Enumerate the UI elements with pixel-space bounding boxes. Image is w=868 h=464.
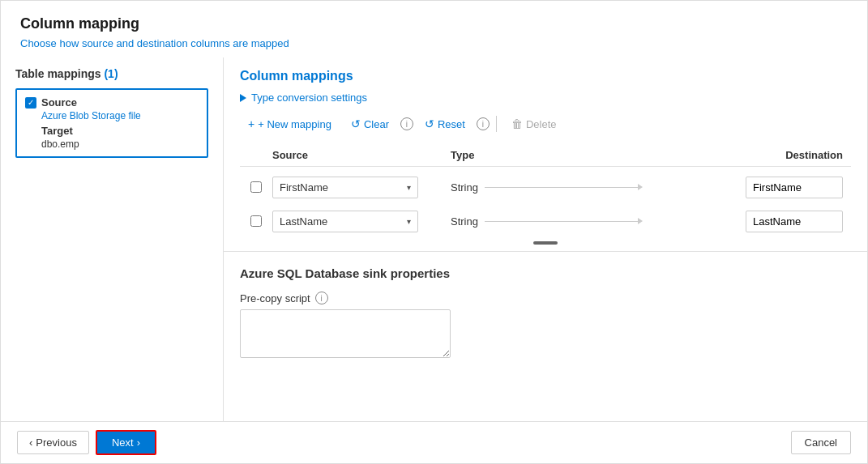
cancel-label: Cancel [805, 436, 837, 449]
mapping-source-row: Source [25, 96, 199, 109]
toolbar-divider [496, 116, 497, 132]
delete-button[interactable]: 🗑 Delete [503, 113, 565, 134]
chevron-down-icon-2: ▾ [407, 217, 411, 226]
type-value-2: String [451, 215, 478, 228]
target-label: Target [41, 125, 199, 137]
destination-input-1[interactable] [746, 177, 843, 198]
row-checkbox-2[interactable] [240, 215, 272, 227]
source-column-header: Source [272, 149, 434, 161]
row-checkbox-input-2[interactable] [250, 215, 262, 227]
main-content: Column mapping Choose how source and des… [1, 1, 867, 421]
pre-copy-script-textarea[interactable] [240, 309, 451, 358]
type-cell-1: String [434, 181, 643, 194]
page-title: Column mapping [20, 15, 848, 32]
source-dropdown-2[interactable]: LastName ▾ [272, 211, 418, 232]
previous-button[interactable]: ‹ Previous [17, 431, 89, 454]
table-header-row: Source Type Destination [240, 144, 851, 167]
delete-label: Delete [526, 118, 557, 130]
dest-cell-2 [643, 211, 851, 232]
next-label: Next [112, 436, 134, 449]
chevron-left-icon: ‹ [29, 436, 32, 449]
chevron-down-icon-1: ▾ [407, 183, 411, 192]
reset-button[interactable]: ↺ Reset [417, 113, 473, 134]
type-column-header: Type [434, 149, 643, 161]
clear-button[interactable]: ↺ Clear [343, 113, 397, 134]
reset-icon: ↺ [425, 117, 434, 130]
left-panel: Table mappings (1) Source Azure Blob Sto… [1, 57, 224, 421]
source-dropdown-1[interactable]: FirstName ▾ [272, 177, 418, 198]
column-mappings-section: Column mappings Type conversion settings… [224, 57, 867, 252]
source-sub: Azure Blob Storage file [41, 110, 199, 121]
page-subtitle: Choose how source and destination column… [20, 37, 848, 49]
footer: ‹ Previous Next › Cancel [1, 421, 867, 463]
table-row: FirstName ▾ String [240, 170, 851, 204]
refresh-icon: ↺ [351, 117, 361, 130]
arrow-line-1 [485, 184, 643, 190]
row-checkbox-1[interactable] [240, 181, 272, 193]
type-conversion-label: Type conversion settings [251, 92, 367, 104]
scroll-thumb [533, 241, 558, 245]
arrow-line-body-1 [485, 187, 638, 188]
mappings-table: Source Type Destination FirstName ▾ [240, 144, 851, 238]
target-sub: dbo.emp [41, 138, 199, 150]
reset-info-icon[interactable]: i [477, 117, 490, 130]
source-value-1: FirstName [280, 181, 328, 194]
column-mappings-title: Column mappings [240, 69, 851, 83]
reset-label: Reset [438, 118, 465, 130]
destination-column-header: Destination [643, 149, 851, 161]
type-value-1: String [451, 181, 478, 194]
triangle-icon [240, 94, 246, 102]
source-value-2: LastName [280, 215, 327, 228]
scroll-indicator [240, 238, 851, 251]
mapping-item[interactable]: Source Azure Blob Storage file Target db… [15, 88, 208, 158]
cancel-button[interactable]: Cancel [791, 431, 851, 454]
toolbar-row: + + New mapping ↺ Clear i ↺ Reset i [240, 113, 851, 134]
table-mappings-title: Table mappings (1) [15, 67, 208, 80]
footer-left: ‹ Previous Next › [17, 430, 156, 455]
pre-copy-script-label: Pre-copy script i [240, 292, 851, 304]
dest-cell-1 [643, 177, 851, 198]
clear-label: Clear [364, 118, 389, 130]
type-conversion-row[interactable]: Type conversion settings [240, 92, 851, 104]
delete-icon: 🗑 [511, 117, 523, 130]
azure-sql-section: Azure SQL Database sink properties Pre-c… [224, 252, 867, 375]
next-button[interactable]: Next › [96, 430, 156, 455]
source-label: Source [41, 96, 77, 109]
table-row: LastName ▾ String [240, 204, 851, 238]
type-cell-2: String [434, 215, 643, 228]
source-checkbox-icon [25, 97, 36, 109]
new-mapping-label: + New mapping [258, 118, 331, 130]
header-section: Column mapping Choose how source and des… [1, 1, 867, 57]
row-checkbox-input-1[interactable] [250, 181, 262, 193]
clear-info-icon[interactable]: i [400, 117, 413, 130]
pre-copy-info-icon[interactable]: i [315, 292, 328, 304]
destination-input-2[interactable] [746, 211, 843, 232]
chevron-right-icon: › [137, 436, 140, 449]
arrow-line-body-2 [485, 221, 638, 222]
right-panel: Column mappings Type conversion settings… [224, 57, 867, 421]
page-wrapper: Column mapping Choose how source and des… [0, 0, 868, 464]
content-area: Table mappings (1) Source Azure Blob Sto… [1, 57, 867, 421]
new-mapping-button[interactable]: + + New mapping [240, 113, 340, 134]
mapping-count: (1) [104, 67, 118, 80]
arrow-line-2 [485, 218, 643, 224]
previous-label: Previous [36, 436, 77, 449]
plus-icon: + [248, 117, 254, 130]
azure-sql-title: Azure SQL Database sink properties [240, 266, 851, 280]
